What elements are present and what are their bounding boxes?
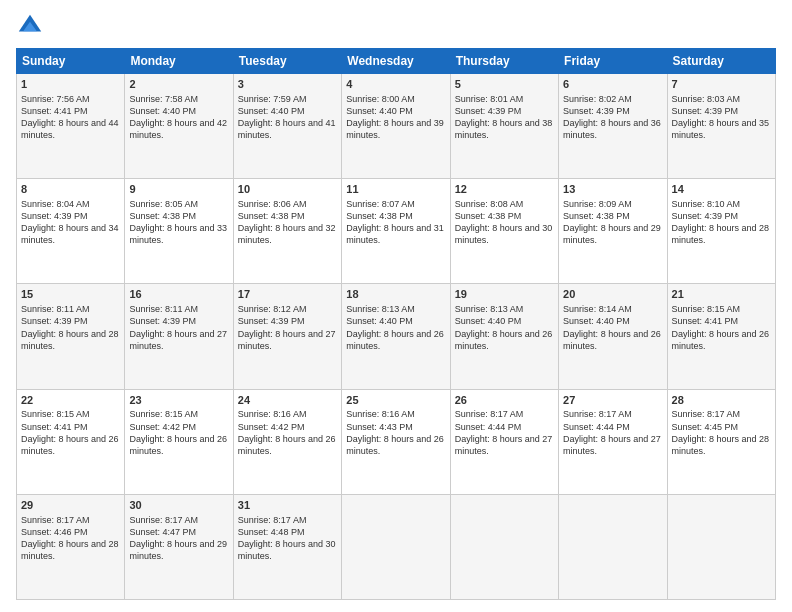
day-number: 29 — [21, 498, 120, 513]
page: SundayMondayTuesdayWednesdayThursdayFrid… — [0, 0, 792, 612]
calendar-day-cell: 1Sunrise: 7:56 AMSunset: 4:41 PMDaylight… — [17, 74, 125, 179]
daylight-hours: Daylight: 8 hours and 27 minutes. — [455, 434, 553, 456]
daylight-hours: Daylight: 8 hours and 32 minutes. — [238, 223, 336, 245]
sunset-time: Sunset: 4:40 PM — [346, 106, 413, 116]
calendar-day-cell: 24Sunrise: 8:16 AMSunset: 4:42 PMDayligh… — [233, 389, 341, 494]
calendar-day-cell: 11Sunrise: 8:07 AMSunset: 4:38 PMDayligh… — [342, 179, 450, 284]
calendar-day-cell: 4Sunrise: 8:00 AMSunset: 4:40 PMDaylight… — [342, 74, 450, 179]
sunset-time: Sunset: 4:38 PM — [455, 211, 522, 221]
daylight-hours: Daylight: 8 hours and 33 minutes. — [129, 223, 227, 245]
calendar-week-row: 8Sunrise: 8:04 AMSunset: 4:39 PMDaylight… — [17, 179, 776, 284]
day-number: 25 — [346, 393, 445, 408]
calendar-day-cell: 2Sunrise: 7:58 AMSunset: 4:40 PMDaylight… — [125, 74, 233, 179]
header — [16, 12, 776, 40]
sunrise-time: Sunrise: 8:11 AM — [21, 304, 90, 314]
sunrise-time: Sunrise: 8:15 AM — [129, 409, 198, 419]
day-number: 11 — [346, 182, 445, 197]
sunrise-time: Sunrise: 8:12 AM — [238, 304, 307, 314]
calendar-day-cell: 16Sunrise: 8:11 AMSunset: 4:39 PMDayligh… — [125, 284, 233, 389]
day-number: 9 — [129, 182, 228, 197]
sunset-time: Sunset: 4:39 PM — [563, 106, 630, 116]
sunset-time: Sunset: 4:41 PM — [21, 422, 88, 432]
sunrise-time: Sunrise: 8:09 AM — [563, 199, 632, 209]
day-number: 2 — [129, 77, 228, 92]
sunset-time: Sunset: 4:39 PM — [238, 316, 305, 326]
sunrise-time: Sunrise: 8:03 AM — [672, 94, 741, 104]
day-number: 23 — [129, 393, 228, 408]
calendar-day-cell: 30Sunrise: 8:17 AMSunset: 4:47 PMDayligh… — [125, 494, 233, 599]
sunset-time: Sunset: 4:40 PM — [455, 316, 522, 326]
calendar-empty-cell — [450, 494, 558, 599]
sunrise-time: Sunrise: 8:14 AM — [563, 304, 632, 314]
sunset-time: Sunset: 4:38 PM — [129, 211, 196, 221]
daylight-hours: Daylight: 8 hours and 26 minutes. — [455, 329, 553, 351]
sunset-time: Sunset: 4:44 PM — [563, 422, 630, 432]
day-number: 18 — [346, 287, 445, 302]
daylight-hours: Daylight: 8 hours and 39 minutes. — [346, 118, 444, 140]
calendar-day-cell: 26Sunrise: 8:17 AMSunset: 4:44 PMDayligh… — [450, 389, 558, 494]
daylight-hours: Daylight: 8 hours and 28 minutes. — [672, 223, 770, 245]
daylight-hours: Daylight: 8 hours and 34 minutes. — [21, 223, 119, 245]
sunset-time: Sunset: 4:39 PM — [672, 211, 739, 221]
day-number: 8 — [21, 182, 120, 197]
calendar-day-cell: 18Sunrise: 8:13 AMSunset: 4:40 PMDayligh… — [342, 284, 450, 389]
calendar-header-sunday: Sunday — [17, 49, 125, 74]
sunset-time: Sunset: 4:43 PM — [346, 422, 413, 432]
sunrise-time: Sunrise: 8:11 AM — [129, 304, 198, 314]
sunset-time: Sunset: 4:41 PM — [21, 106, 88, 116]
daylight-hours: Daylight: 8 hours and 26 minutes. — [346, 329, 444, 351]
daylight-hours: Daylight: 8 hours and 30 minutes. — [238, 539, 336, 561]
sunset-time: Sunset: 4:39 PM — [129, 316, 196, 326]
daylight-hours: Daylight: 8 hours and 26 minutes. — [346, 434, 444, 456]
calendar-header-friday: Friday — [559, 49, 667, 74]
sunset-time: Sunset: 4:38 PM — [238, 211, 305, 221]
day-number: 20 — [563, 287, 662, 302]
sunset-time: Sunset: 4:45 PM — [672, 422, 739, 432]
sunrise-time: Sunrise: 8:17 AM — [455, 409, 524, 419]
sunset-time: Sunset: 4:38 PM — [563, 211, 630, 221]
day-number: 17 — [238, 287, 337, 302]
daylight-hours: Daylight: 8 hours and 31 minutes. — [346, 223, 444, 245]
calendar-empty-cell — [667, 494, 775, 599]
calendar-day-cell: 19Sunrise: 8:13 AMSunset: 4:40 PMDayligh… — [450, 284, 558, 389]
calendar-week-row: 15Sunrise: 8:11 AMSunset: 4:39 PMDayligh… — [17, 284, 776, 389]
sunset-time: Sunset: 4:44 PM — [455, 422, 522, 432]
daylight-hours: Daylight: 8 hours and 29 minutes. — [563, 223, 661, 245]
daylight-hours: Daylight: 8 hours and 38 minutes. — [455, 118, 553, 140]
daylight-hours: Daylight: 8 hours and 28 minutes. — [21, 329, 119, 351]
sunrise-time: Sunrise: 8:17 AM — [563, 409, 632, 419]
daylight-hours: Daylight: 8 hours and 29 minutes. — [129, 539, 227, 561]
day-number: 3 — [238, 77, 337, 92]
sunrise-time: Sunrise: 8:17 AM — [238, 515, 307, 525]
daylight-hours: Daylight: 8 hours and 36 minutes. — [563, 118, 661, 140]
sunrise-time: Sunrise: 8:05 AM — [129, 199, 198, 209]
calendar-day-cell: 15Sunrise: 8:11 AMSunset: 4:39 PMDayligh… — [17, 284, 125, 389]
calendar-day-cell: 13Sunrise: 8:09 AMSunset: 4:38 PMDayligh… — [559, 179, 667, 284]
sunrise-time: Sunrise: 8:15 AM — [672, 304, 741, 314]
day-number: 22 — [21, 393, 120, 408]
daylight-hours: Daylight: 8 hours and 26 minutes. — [129, 434, 227, 456]
day-number: 16 — [129, 287, 228, 302]
daylight-hours: Daylight: 8 hours and 28 minutes. — [21, 539, 119, 561]
daylight-hours: Daylight: 8 hours and 27 minutes. — [563, 434, 661, 456]
calendar-day-cell: 8Sunrise: 8:04 AMSunset: 4:39 PMDaylight… — [17, 179, 125, 284]
calendar-day-cell: 25Sunrise: 8:16 AMSunset: 4:43 PMDayligh… — [342, 389, 450, 494]
calendar-day-cell: 17Sunrise: 8:12 AMSunset: 4:39 PMDayligh… — [233, 284, 341, 389]
sunrise-time: Sunrise: 7:56 AM — [21, 94, 90, 104]
calendar-day-cell: 29Sunrise: 8:17 AMSunset: 4:46 PMDayligh… — [17, 494, 125, 599]
calendar-week-row: 22Sunrise: 8:15 AMSunset: 4:41 PMDayligh… — [17, 389, 776, 494]
day-number: 10 — [238, 182, 337, 197]
sunrise-time: Sunrise: 8:17 AM — [21, 515, 90, 525]
calendar-week-row: 29Sunrise: 8:17 AMSunset: 4:46 PMDayligh… — [17, 494, 776, 599]
calendar-header-saturday: Saturday — [667, 49, 775, 74]
daylight-hours: Daylight: 8 hours and 27 minutes. — [238, 329, 336, 351]
day-number: 6 — [563, 77, 662, 92]
sunrise-time: Sunrise: 8:01 AM — [455, 94, 524, 104]
calendar-day-cell: 3Sunrise: 7:59 AMSunset: 4:40 PMDaylight… — [233, 74, 341, 179]
day-number: 7 — [672, 77, 771, 92]
calendar-day-cell: 10Sunrise: 8:06 AMSunset: 4:38 PMDayligh… — [233, 179, 341, 284]
calendar-day-cell: 21Sunrise: 8:15 AMSunset: 4:41 PMDayligh… — [667, 284, 775, 389]
daylight-hours: Daylight: 8 hours and 30 minutes. — [455, 223, 553, 245]
sunrise-time: Sunrise: 7:58 AM — [129, 94, 198, 104]
day-number: 27 — [563, 393, 662, 408]
